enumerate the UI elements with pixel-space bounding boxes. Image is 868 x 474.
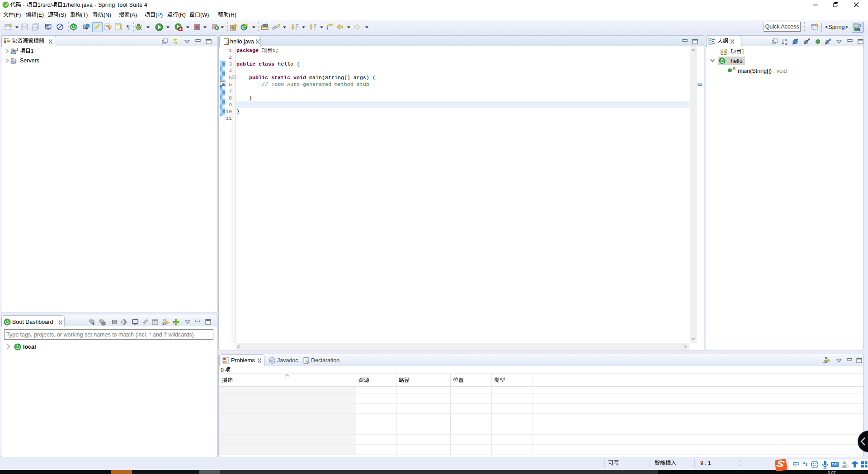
- svg-text:z: z: [785, 42, 787, 45]
- svg-text:J: J: [16, 47, 18, 52]
- svg-text:{..}: {..}: [305, 358, 310, 362]
- svg-text:¶: ¶: [126, 24, 130, 31]
- svg-text:@: @: [270, 358, 274, 363]
- svg-text:J: J: [226, 39, 229, 44]
- svg-text:J: J: [859, 24, 861, 28]
- svg-text:C: C: [242, 25, 246, 30]
